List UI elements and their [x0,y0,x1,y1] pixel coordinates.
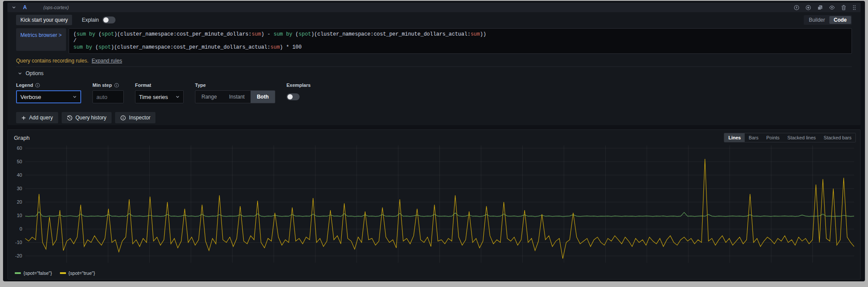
viz-mode-bars[interactable]: Bars [745,133,762,142]
code-mode-option[interactable]: Code [829,16,851,24]
min-step-field: Min step auto [92,82,124,103]
editor-mode-group: Builder Code [804,15,852,25]
copy-icon[interactable] [817,5,823,10]
query-editor-view: A (ops-cortex) [3,1,865,281]
chart[interactable]: 6050403020100-10-20 [10,144,858,265]
exemplars-toggle-knob [287,94,293,99]
svg-text:10: 10 [17,213,22,218]
legend-select-value: Verbose [20,94,41,100]
chart-legend: {spot="false"} {spot="true"} [15,271,95,276]
options-chevron-icon [18,71,22,76]
record-circle-icon[interactable] [805,5,811,10]
inspector-button[interactable]: Inspector [115,112,155,123]
legend-item-spot-true[interactable]: {spot="true"} [60,271,95,276]
plus-icon [21,115,26,120]
viz-mode-group: Lines Bars Points Stacked lines Stacked … [724,133,856,142]
trash-icon[interactable] [841,5,846,10]
format-select-value: Time series [139,94,168,100]
viz-mode-stacked-lines[interactable]: Stacked lines [783,133,819,142]
query-history-button[interactable]: Query history [62,112,112,123]
legend-item-spot-false[interactable]: {spot="false"} [15,271,52,276]
add-query-button[interactable]: Add query [16,112,58,123]
metrics-browser-button[interactable]: Metrics browser > [16,28,66,51]
info-icon [114,83,119,88]
svg-text:-20: -20 [15,253,22,258]
legend-label: Legend [16,82,33,88]
type-option-instant[interactable]: Instant [223,91,251,103]
legend-select[interactable]: Verbose [16,90,81,103]
type-radio-group: Range Instant Both [195,90,275,103]
query-ref-id: A [23,4,27,10]
recording-rules-warning: Query contains recording rules. [16,58,89,64]
history-icon [67,115,73,121]
exemplars-field: Exemplars [287,82,311,103]
graph-panel: Graph Lines Bars Points Stacked lines St… [7,129,861,280]
exemplars-label: Exemplars [287,82,311,88]
format-select[interactable]: Time series [135,90,184,103]
type-option-range[interactable]: Range [195,91,223,103]
explain-toggle[interactable] [102,16,116,23]
svg-text:60: 60 [17,145,22,151]
min-step-input[interactable]: auto [92,90,124,103]
type-label: Type [195,82,206,88]
legend-swatch-yellow [60,272,66,274]
format-field: Format Time series [135,82,184,103]
datasource-note: (ops-cortex) [43,5,69,10]
graph-panel-title: Graph [14,135,30,141]
legend-swatch-green [15,272,21,274]
viz-mode-lines[interactable]: Lines [724,133,745,142]
query-panel: A (ops-cortex) [7,3,861,125]
exemplars-toggle[interactable] [287,93,300,100]
eye-icon[interactable] [829,5,835,10]
svg-text:0: 0 [20,226,22,231]
svg-text:30: 30 [17,186,22,191]
builder-mode-option[interactable]: Builder [805,16,829,24]
svg-text:-10: -10 [15,240,22,245]
drag-handle-icon[interactable] [852,5,856,10]
svg-text:40: 40 [17,172,22,178]
options-header[interactable]: Options [16,70,852,76]
explain-label: Explain [82,17,99,23]
query-row-header[interactable]: A (ops-cortex) [7,3,861,12]
type-field: Type Range Instant Both [195,82,275,103]
chevron-down-icon [169,95,180,99]
viz-mode-stacked-bars[interactable]: Stacked bars [820,133,855,142]
svg-text:50: 50 [17,159,22,164]
format-label: Format [135,82,151,88]
legend-field: Legend Verbose [16,82,81,103]
collapse-chevron-icon[interactable] [12,5,16,10]
svg-text:20: 20 [17,199,22,205]
info-icon [35,83,40,88]
expand-rules-link[interactable]: Expand rules [92,58,122,64]
explain-toggle-knob [103,17,109,23]
type-option-both[interactable]: Both [251,91,274,103]
viz-mode-points[interactable]: Points [762,133,784,142]
options-header-label: Options [26,70,43,76]
min-step-label: Min step [92,82,112,88]
promql-code-editor[interactable]: (sum by (spot)(cluster_namespace:cost_pe… [69,28,852,54]
chevron-down-icon [66,95,77,99]
min-step-placeholder: auto [96,94,107,100]
kick-start-query-button[interactable]: Kick start your query [16,15,72,25]
info-circle-icon [120,115,126,121]
arrow-circle-icon[interactable] [794,5,799,10]
options-section: Options Legend Verbose [16,66,852,123]
